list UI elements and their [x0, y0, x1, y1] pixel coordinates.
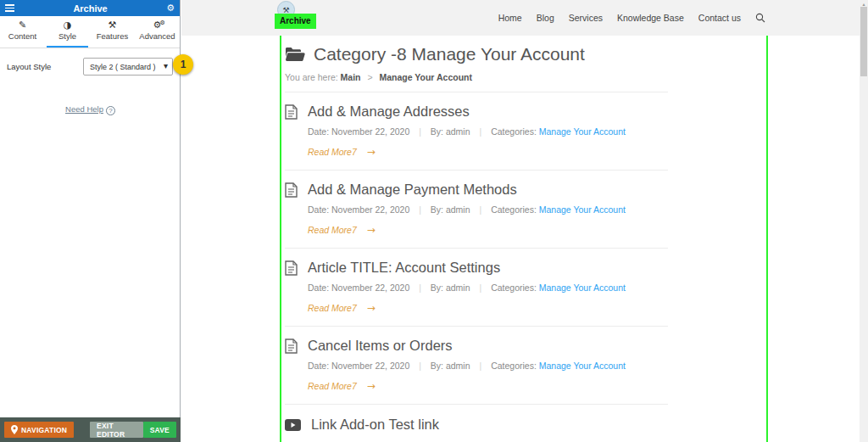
- layout-style-label: Layout Style: [7, 62, 83, 71]
- selection-outline-left: [280, 36, 281, 442]
- category-link[interactable]: Manage Your Account: [539, 283, 626, 293]
- article-title-row: Article TITLE: Account Settings: [285, 260, 668, 276]
- layout-style-value: Style 2 ( Standard ): [90, 63, 156, 71]
- article-meta: Date: November 22, 2020 | By: admin | Ca…: [308, 204, 668, 215]
- article-row: Add & Manage Addresses Date: November 22…: [285, 92, 668, 171]
- page-title-row: Category -8 Manage Your Account: [285, 44, 668, 64]
- scrollbar[interactable]: ▴: [860, 0, 868, 442]
- article-title-link[interactable]: Add & Manage Payment Methods: [308, 182, 517, 198]
- panel-title: Archive: [14, 3, 166, 14]
- save-button[interactable]: SAVE: [143, 422, 176, 438]
- article-title-row: Cancel Items or Orders: [285, 338, 668, 354]
- menu-icon[interactable]: [5, 4, 14, 12]
- site-preview: Home Blog Services Knowledge Base Contac…: [181, 0, 868, 442]
- tab-advanced-label: Advanced: [139, 31, 175, 41]
- arrow-right-icon: →: [367, 146, 376, 158]
- search-icon[interactable]: [755, 13, 765, 23]
- site-nav: Home Blog Services Knowledge Base Contac…: [498, 0, 765, 36]
- tab-style-label: Style: [58, 31, 76, 41]
- annotation-marker-1: 1: [173, 54, 193, 75]
- page-title: Category -8 Manage Your Account: [314, 44, 585, 64]
- category-link[interactable]: Manage Your Account: [539, 204, 626, 215]
- need-help-row: Need Help?: [0, 100, 181, 115]
- document-icon: [285, 260, 298, 276]
- layout-style-select[interactable]: Style 2 ( Standard ) ▾: [83, 58, 173, 76]
- breadcrumb-current: Manage Your Account: [380, 72, 473, 82]
- tools-icon: ⚒: [90, 20, 135, 31]
- breadcrumb-home-link[interactable]: Main: [341, 72, 361, 82]
- video-article-title-link[interactable]: Link Add-on Test link: [311, 417, 439, 433]
- exit-editor-button[interactable]: EXIT EDITOR: [90, 422, 143, 438]
- arrow-right-icon: →: [367, 380, 376, 392]
- document-icon: [285, 182, 298, 198]
- chevron-down-icon: ▾: [164, 61, 168, 70]
- article-title-row: Add & Manage Payment Methods: [285, 182, 668, 198]
- layout-style-row: Layout Style Style 2 ( Standard ) ▾: [0, 58, 180, 76]
- nav-knowledge-base[interactable]: Knowledge Base: [617, 13, 684, 23]
- document-icon: [285, 338, 298, 354]
- article-row: Add & Manage Payment Methods Date: Novem…: [285, 171, 668, 249]
- article-title-row: Add & Manage Addresses: [285, 104, 668, 120]
- article-title-link[interactable]: Article TITLE: Account Settings: [308, 260, 500, 276]
- tab-features-label: Features: [97, 31, 129, 41]
- breadcrumb-separator: >: [367, 72, 372, 82]
- builder-tabs: ✎ Content ◑ Style ⚒ Features ⚙⚙ Advanced: [0, 16, 180, 48]
- article-meta: Date: November 22, 2020 | By: admin | Ca…: [308, 126, 668, 137]
- nav-home[interactable]: Home: [498, 13, 522, 23]
- breadcrumb: You are here: Main > Manage Your Account: [285, 72, 668, 92]
- builder-sidebar: Archive ⚙ ✎ Content ◑ Style ⚒ Features ⚙…: [0, 0, 181, 442]
- scroll-up-arrow-icon[interactable]: ▴: [860, 0, 868, 7]
- pencil-icon: ✎: [0, 20, 45, 31]
- cogs-icon: ⚙⚙: [135, 20, 180, 31]
- youtube-icon: [285, 419, 301, 431]
- article-title-link[interactable]: Add & Manage Addresses: [308, 104, 470, 120]
- map-pin-icon: [11, 425, 18, 434]
- folder-open-icon: [285, 47, 305, 62]
- nav-contact-us[interactable]: Contact us: [698, 13, 741, 23]
- category-link[interactable]: Manage Your Account: [539, 361, 626, 371]
- tab-content-label: Content: [8, 31, 36, 41]
- article-row: Article TITLE: Account Settings Date: No…: [285, 249, 668, 327]
- category-link[interactable]: Manage Your Account: [539, 126, 626, 137]
- selected-element-badge[interactable]: Archive: [275, 14, 316, 29]
- editor-stage: Archive ⚙ ✎ Content ◑ Style ⚒ Features ⚙…: [0, 0, 868, 442]
- read-more-link[interactable]: Read More7→: [308, 146, 668, 158]
- arrow-right-icon: →: [367, 302, 376, 314]
- help-circle-icon: ?: [106, 106, 115, 115]
- article-title-link[interactable]: Cancel Items or Orders: [308, 338, 453, 354]
- read-more-link[interactable]: Read More7→: [308, 302, 668, 314]
- tab-features[interactable]: ⚒ Features: [90, 16, 135, 48]
- contrast-icon: ◑: [45, 20, 90, 31]
- read-more-link[interactable]: Read More7→: [308, 224, 668, 236]
- breadcrumb-prefix: You are here:: [285, 72, 338, 82]
- builder-footer-bar: NAVIGATION EXIT EDITOR SAVE: [0, 417, 181, 442]
- video-article-row: Link Add-on Test link: [285, 405, 668, 433]
- article-meta: Date: November 22, 2020 | By: admin | Ca…: [308, 361, 668, 371]
- nav-services[interactable]: Services: [569, 13, 603, 23]
- kb-category-content: Category -8 Manage Your Account You are …: [285, 44, 668, 433]
- tab-content[interactable]: ✎ Content: [0, 16, 45, 48]
- article-meta: Date: November 22, 2020 | By: admin | Ca…: [308, 283, 668, 293]
- tab-style[interactable]: ◑ Style: [45, 16, 90, 48]
- article-row: Cancel Items or Orders Date: November 22…: [285, 327, 668, 405]
- panel-settings-gear-icon[interactable]: ⚙: [166, 3, 175, 13]
- selection-outline-right: [766, 36, 768, 442]
- scrollbar-thumb[interactable]: [860, 7, 867, 76]
- tab-advanced[interactable]: ⚙⚙ Advanced: [135, 16, 180, 48]
- arrow-right-icon: →: [367, 224, 376, 236]
- document-icon: [285, 104, 298, 120]
- navigation-button[interactable]: NAVIGATION: [4, 422, 74, 438]
- nav-blog[interactable]: Blog: [537, 13, 554, 23]
- need-help-link[interactable]: Need Help?: [65, 104, 115, 114]
- builder-panel-header: Archive ⚙: [0, 0, 180, 16]
- read-more-link[interactable]: Read More7→: [308, 380, 668, 392]
